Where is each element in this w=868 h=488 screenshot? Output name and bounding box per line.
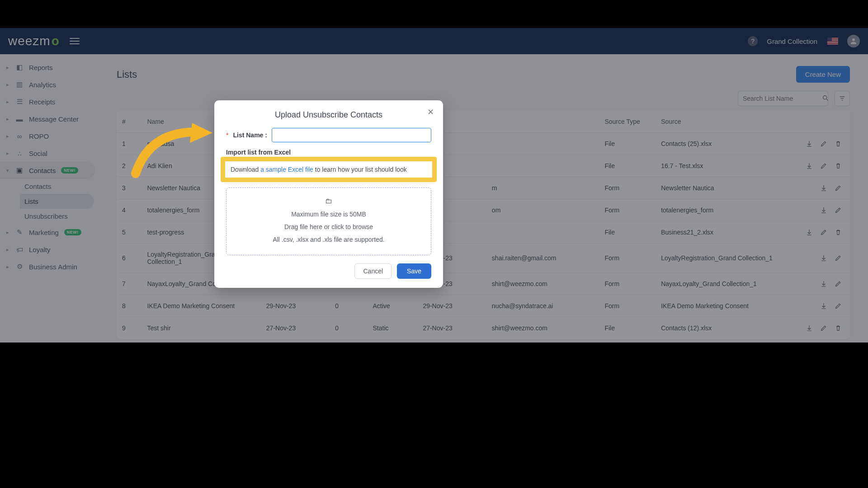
dropzone-text-1: Maximum file size is 50MB (231, 211, 426, 218)
import-from-excel-label: Import list from Excel (226, 149, 431, 156)
list-name-label: List Name : (233, 131, 267, 139)
download-sample-callout: Download a sample Excel file to learn ho… (221, 157, 437, 182)
file-dropzone[interactable]: 🗀 Maximum file size is 50MB Drag file he… (226, 188, 431, 255)
upload-unsubscribe-modal: ✕ Upload Unsubscribe Contacts * List Nam… (214, 100, 443, 288)
required-asterisk: * (226, 131, 228, 139)
modal-title: Upload Unsubscribe Contacts (226, 110, 431, 120)
folder-icon: 🗀 (231, 197, 426, 205)
download-sample-link[interactable]: a sample Excel file (260, 166, 313, 173)
dropzone-text-2: Drag file here or click to browse (231, 223, 426, 230)
dropzone-text-3: All .csv, .xlsx and .xls file are suppor… (231, 236, 426, 243)
download-pre-text: Download (231, 166, 260, 173)
close-icon[interactable]: ✕ (425, 107, 436, 117)
cancel-button[interactable]: Cancel (354, 263, 392, 279)
save-button[interactable]: Save (397, 263, 431, 279)
list-name-input[interactable] (272, 128, 431, 142)
download-post-text: to learn how your list should look (313, 166, 407, 173)
